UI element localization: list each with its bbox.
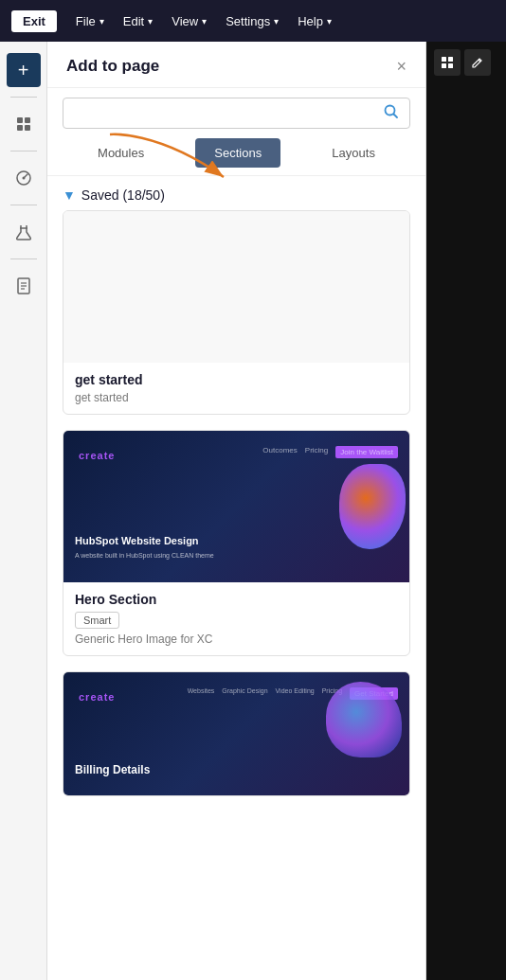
tab-sections[interactable]: Sections — [195, 138, 280, 168]
card-get-started-preview — [63, 211, 409, 363]
card-get-started-desc: get started — [75, 391, 398, 404]
main-layout: + — [0, 42, 506, 980]
svg-rect-0 — [17, 117, 23, 123]
panel-title: Add to page — [66, 57, 159, 76]
settings-chevron-icon: ▾ — [274, 16, 279, 27]
grid-icon — [441, 56, 454, 69]
hero-preview-subtitle: A website built in HubSpot using CLEAN t… — [75, 551, 219, 560]
file-chevron-icon: ▾ — [99, 16, 104, 27]
nav-edit[interactable]: Edit ▾ — [123, 14, 153, 28]
svg-rect-1 — [25, 117, 30, 123]
sidebar-flask-button[interactable] — [7, 215, 41, 249]
panel-header: Add to page × — [47, 42, 425, 88]
sidebar-divider-2 — [10, 151, 37, 151]
card-get-started-title: get started — [75, 372, 398, 387]
flask-icon — [16, 223, 31, 241]
tab-layouts[interactable]: Layouts — [313, 138, 394, 168]
svg-rect-3 — [25, 125, 30, 131]
help-chevron-icon: ▾ — [327, 16, 332, 27]
saved-section-label: Saved (18/50) — [81, 187, 165, 203]
sidebar-layers-button[interactable] — [7, 107, 41, 141]
nav-settings[interactable]: Settings ▾ — [226, 14, 279, 28]
svg-rect-14 — [442, 57, 446, 62]
sidebar-divider-3 — [10, 205, 37, 205]
card-billing-details[interactable]: create Websites Graphic Design Video Edi… — [63, 671, 410, 796]
card-hero-preview: create Outcomes Pricing Join the Waitlis… — [63, 431, 409, 582]
tab-modules[interactable]: Modules — [79, 138, 163, 168]
pencil-icon — [471, 56, 484, 69]
svg-rect-15 — [448, 57, 453, 62]
svg-rect-16 — [442, 63, 446, 68]
navbar: Exit File ▾ Edit ▾ View ▾ Settings ▾ Hel… — [0, 0, 506, 42]
svg-rect-17 — [448, 63, 453, 68]
search-icon — [384, 104, 399, 123]
sidebar-add-button[interactable]: + — [7, 53, 41, 87]
layers-icon — [15, 116, 32, 133]
card-get-started-info: get started get started — [63, 363, 409, 414]
sidebar-divider-1 — [10, 97, 37, 98]
sidebar-icons: + — [0, 42, 47, 980]
panel-content: get started get started create Outcomes … — [47, 210, 425, 980]
right-toolbar — [426, 42, 498, 83]
svg-rect-2 — [17, 125, 23, 131]
card-hero-badge: Smart — [75, 612, 119, 629]
card-hero-desc: Generic Hero Image for XC — [75, 633, 398, 646]
tabs-container: Modules Sections Layouts — [47, 138, 425, 176]
page-icon — [16, 277, 31, 294]
sidebar-page-button[interactable] — [7, 269, 41, 303]
billing-preview-title: Billing Details — [75, 763, 150, 776]
canvas-area — [426, 42, 506, 980]
svg-line-13 — [394, 114, 398, 117]
sidebar-divider-4 — [10, 258, 37, 259]
nav-view[interactable]: View ▾ — [172, 14, 207, 28]
search-input[interactable] — [63, 98, 410, 129]
view-chevron-icon: ▾ — [202, 16, 207, 27]
card-get-started[interactable]: get started get started — [63, 210, 410, 415]
exit-button[interactable]: Exit — [11, 10, 57, 32]
nav-file[interactable]: File ▾ — [76, 14, 104, 28]
edit-canvas-button[interactable] — [464, 49, 491, 76]
hero-preview-text: HubSpot Website Design A website built i… — [75, 534, 219, 560]
edit-chevron-icon: ▾ — [148, 16, 153, 27]
hero-preview-nav: Outcomes Pricing Join the Waitlist — [262, 446, 398, 458]
billing-preview-brand: create — [79, 691, 115, 703]
saved-section-header[interactable]: ▼ Saved (18/50) — [47, 176, 425, 210]
billing-preview-inner: create Websites Graphic Design Video Edi… — [63, 672, 409, 795]
nav-help[interactable]: Help ▾ — [298, 14, 332, 28]
panel-close-button[interactable]: × — [396, 58, 407, 75]
card-hero-info: Hero Section Smart Generic Hero Image fo… — [63, 582, 409, 655]
speed-icon — [15, 169, 32, 187]
card-hero-section[interactable]: create Outcomes Pricing Join the Waitlis… — [63, 430, 410, 656]
saved-chevron-icon: ▼ — [63, 187, 76, 203]
grid-view-button[interactable] — [434, 49, 461, 76]
card-hero-title: Hero Section — [75, 592, 398, 607]
card-billing-preview: create Websites Graphic Design Video Edi… — [63, 672, 409, 795]
hero-preview-title: HubSpot Website Design — [75, 534, 219, 547]
hero-preview-inner: create Outcomes Pricing Join the Waitlis… — [63, 431, 409, 582]
svg-point-5 — [22, 177, 25, 180]
hero-preview-blob — [339, 464, 406, 549]
panel: Add to page × Modules Sections Layouts ▼… — [47, 42, 426, 980]
sidebar-speed-button[interactable] — [7, 161, 41, 195]
search-container — [47, 88, 425, 138]
hero-preview-brand: create — [79, 450, 115, 461]
